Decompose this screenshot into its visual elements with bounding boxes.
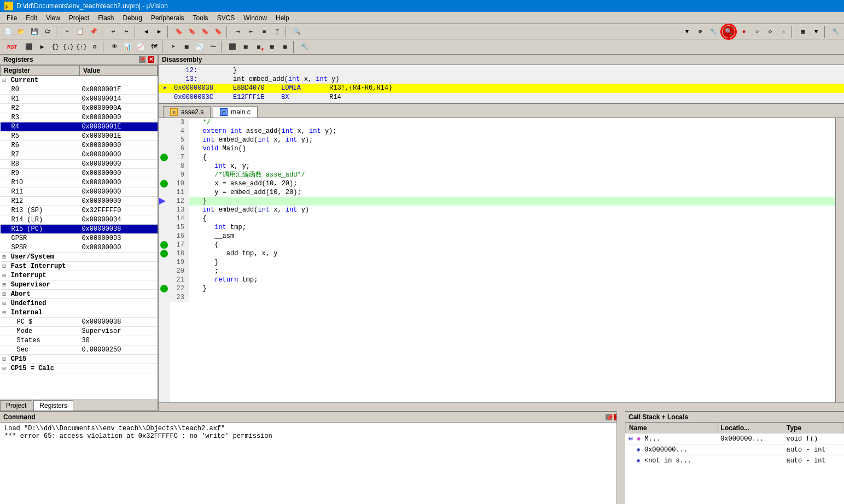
reg-group-abort[interactable]: ⊞ Abort bbox=[1, 290, 158, 299]
menu-tools[interactable]: Tools bbox=[189, 13, 213, 23]
table-row[interactable]: R50x0000001E bbox=[1, 132, 158, 141]
table-row[interactable]: R80x00000000 bbox=[1, 160, 158, 169]
table-row[interactable]: ModeSupervisor bbox=[1, 327, 158, 336]
reg-group-cp15[interactable]: ⊞ CP15 bbox=[1, 355, 158, 364]
code-hscrollbar[interactable] bbox=[159, 402, 844, 411]
table-row[interactable]: States30 bbox=[1, 336, 158, 345]
step-out-button[interactable]: {↑} bbox=[75, 41, 88, 53]
callstack-row-2[interactable]: ◆ <not in s... auto - int bbox=[626, 455, 844, 466]
cut-button[interactable]: ✂ bbox=[61, 26, 73, 38]
cmd-pin-icon[interactable]: 📌 bbox=[606, 414, 612, 420]
menu-svcs[interactable]: SVCS bbox=[213, 13, 240, 23]
breakpoint-17[interactable] bbox=[160, 241, 168, 249]
table-row[interactable]: CPSR0x000000D3 bbox=[1, 234, 158, 243]
table-row[interactable]: R120x00000000 bbox=[1, 197, 158, 206]
view2-button[interactable]: ▼ bbox=[810, 26, 822, 38]
redo-button[interactable]: ↪ bbox=[120, 26, 132, 38]
unindent2-button[interactable]: ≣ bbox=[271, 26, 283, 38]
config2-button[interactable]: 🔧 bbox=[707, 26, 719, 38]
mem-map-button[interactable]: 🗺 bbox=[148, 41, 160, 53]
menu-peripherals[interactable]: Peripherals bbox=[147, 13, 189, 23]
table-row[interactable]: R15 (PC)0x00000038 bbox=[1, 225, 158, 234]
mem-trace-button[interactable]: 📈 bbox=[135, 41, 147, 53]
mem-reg-button[interactable]: 📊 bbox=[121, 41, 133, 53]
menu-flash[interactable]: Flash bbox=[94, 13, 118, 23]
table-row[interactable]: PC $0x00000038 bbox=[1, 318, 158, 327]
tab-mainc[interactable]: C main.c bbox=[213, 106, 257, 118]
save-all-button[interactable]: 🗂 bbox=[42, 26, 54, 38]
table-row[interactable]: R70x00000000 bbox=[1, 150, 158, 160]
table-row[interactable]: R60x00000000 bbox=[1, 141, 158, 150]
indent2-button[interactable]: ≡ bbox=[258, 26, 270, 38]
reg-group-svc[interactable]: ⊞ Supervisor bbox=[1, 280, 158, 290]
unindent-button[interactable]: ⇤ bbox=[245, 26, 257, 38]
table-row[interactable]: R110x00000000 bbox=[1, 187, 158, 197]
step-over-button[interactable]: {} bbox=[49, 41, 61, 53]
rst-button[interactable]: RST bbox=[2, 41, 22, 53]
table-row[interactable]: Sec0.00000250 bbox=[1, 345, 158, 355]
run-button[interactable]: ▶ bbox=[36, 41, 48, 53]
breakpoint-7[interactable] bbox=[160, 154, 168, 161]
table-row[interactable]: R13 (SP)0x32FFFFF0 bbox=[1, 206, 158, 215]
step-into-button[interactable]: {↓} bbox=[62, 41, 74, 53]
debug3-button[interactable]: ○ bbox=[751, 26, 763, 38]
step-asm-button[interactable]: ⚙ bbox=[89, 41, 101, 53]
tb2-b5[interactable]: ▦ bbox=[279, 41, 291, 53]
reg-group-fiq[interactable]: ⊞ Fast Interrupt bbox=[1, 262, 158, 271]
copy-button[interactable]: 📋 bbox=[74, 26, 86, 38]
open-file-button[interactable]: 📂 bbox=[15, 26, 27, 38]
table-row[interactable]: R10x00000014 bbox=[1, 95, 158, 104]
undo-button[interactable]: ↩ bbox=[107, 26, 119, 38]
debug4-button[interactable]: ◇ bbox=[764, 26, 776, 38]
table-row[interactable]: R40x0000001E bbox=[1, 122, 158, 132]
code-editor[interactable]: 3 */ 4 extern int asse_add(int x, int y)… bbox=[159, 118, 844, 402]
menu-help[interactable]: Help bbox=[271, 13, 294, 23]
menu-file[interactable]: File bbox=[2, 13, 21, 23]
reg-group-user[interactable]: ⊞ User/System bbox=[1, 253, 158, 262]
bookmark4-button[interactable]: 🔖 bbox=[212, 26, 224, 38]
table-row[interactable]: R20x0000000A bbox=[1, 104, 158, 113]
callstack-row-main[interactable]: ⊟ ◆ M... 0x000000... void f() bbox=[626, 433, 844, 444]
debug2-button[interactable]: ● bbox=[738, 26, 750, 38]
new-file-button[interactable]: 📄 bbox=[2, 26, 14, 38]
registers-close-icon[interactable]: ✕ bbox=[148, 56, 154, 63]
find-button[interactable]: 🔍 bbox=[291, 26, 303, 38]
tb2-b4[interactable]: ▦ bbox=[266, 41, 278, 53]
current-expand-icon[interactable]: ⊟ bbox=[3, 78, 6, 84]
tb2-b2[interactable]: ▦ bbox=[240, 41, 252, 53]
project-tab[interactable]: Project bbox=[0, 400, 32, 411]
back-button[interactable]: ◀ bbox=[140, 26, 152, 38]
arrow-tool-button[interactable]: ➤ bbox=[167, 41, 179, 53]
config1-button[interactable]: ⚙ bbox=[694, 26, 706, 38]
paste-button[interactable]: 📌 bbox=[88, 26, 100, 38]
tab-asse2s[interactable]: S asse2.s bbox=[163, 106, 211, 118]
tb2-b1[interactable]: ⬛ bbox=[226, 41, 238, 53]
reg-group-cp15calc[interactable]: ⊞ CP15 = Calc bbox=[1, 364, 158, 373]
mem-watch-button[interactable]: 👁 bbox=[108, 41, 120, 53]
menu-project[interactable]: Project bbox=[65, 13, 94, 23]
table-row[interactable]: R00x0000001E bbox=[1, 85, 158, 95]
menu-view[interactable]: View bbox=[42, 13, 65, 23]
memory-map2-button[interactable]: ▦ bbox=[181, 41, 193, 53]
debug-stop-button[interactable]: 🔍 bbox=[723, 26, 735, 38]
bookmark1-button[interactable]: 🔖 bbox=[173, 26, 185, 38]
table-row[interactable]: R90x00000000 bbox=[1, 169, 158, 178]
table-row[interactable]: R14 (LR)0x00000034 bbox=[1, 215, 158, 225]
settings-button[interactable]: 🔧 bbox=[830, 26, 842, 38]
stop-debug-button[interactable]: ⬛ bbox=[23, 41, 35, 53]
table-row[interactable]: R100x00000000 bbox=[1, 178, 158, 187]
perf-button[interactable]: 📉 bbox=[194, 41, 206, 53]
forward-button[interactable]: ▶ bbox=[153, 26, 165, 38]
table-row[interactable]: R30x00000000 bbox=[1, 113, 158, 122]
debug-highlighted-button[interactable]: 🔍 bbox=[720, 24, 737, 40]
callstack-row-1[interactable]: ◆ 0x000000... auto - int bbox=[626, 444, 844, 455]
dropdown-button[interactable]: ▼ bbox=[681, 26, 693, 38]
breakpoint-18[interactable] bbox=[160, 250, 168, 257]
cmd-scrollbar[interactable] bbox=[616, 411, 625, 504]
tb2-b3[interactable]: ▦▼ bbox=[253, 41, 265, 53]
menu-debug[interactable]: Debug bbox=[119, 13, 147, 23]
registers-tab[interactable]: Registers bbox=[33, 400, 73, 411]
reg-group-undef[interactable]: ⊞ Undefined bbox=[1, 299, 158, 308]
breakpoint-10[interactable] bbox=[160, 180, 168, 187]
indent-button[interactable]: ⇥ bbox=[232, 26, 244, 38]
